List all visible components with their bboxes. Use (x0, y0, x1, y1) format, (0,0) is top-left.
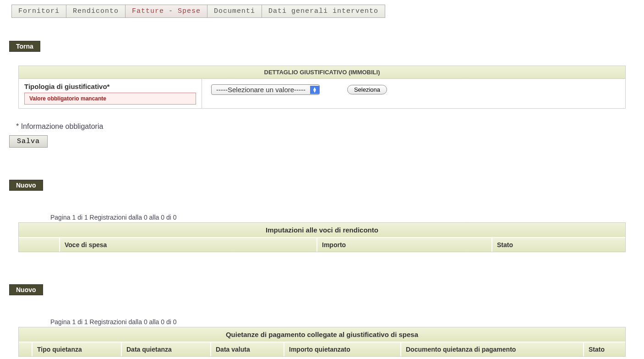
torna-button[interactable]: Torna (9, 41, 40, 52)
tab-fatture-spese[interactable]: Fatture - Spese (125, 5, 207, 18)
th-tipo-quietanza: Tipo quietanza (33, 342, 122, 356)
th-spacer (19, 342, 33, 356)
pagination-text-2: Pagina 1 di 1 Registrazioni dalla 0 alla… (50, 318, 639, 326)
info-obbligatoria: * Informazione obbligatoria (16, 122, 639, 131)
table-header-row: Tipo quietanza Data quietanza Data valut… (19, 342, 625, 356)
th-data-valuta: Data valuta (211, 342, 284, 356)
form-control-cell: -----Selezionare un valore----- ▲▼ Selez… (202, 79, 625, 100)
nuovo-button-2[interactable]: Nuovo (9, 284, 43, 295)
tipologia-label: Tipologia di giustificativo* (24, 83, 196, 90)
tipologia-select[interactable]: -----Selezionare un valore----- ▲▼ (211, 84, 320, 95)
pagination-text-1: Pagina 1 di 1 Registrazioni dalla 0 alla… (50, 214, 639, 221)
tab-documenti[interactable]: Documenti (207, 5, 262, 18)
table-header-row: Voce di spesa Importo Stato (19, 238, 625, 252)
chevron-updown-icon: ▲▼ (310, 86, 319, 94)
table-imputazioni: Imputazioni alle voci di rendiconto Voce… (18, 222, 626, 252)
select-value: -----Selezionare un valore----- (212, 85, 310, 94)
th-stato: Stato (584, 342, 625, 356)
tab-dati-generali[interactable]: Dati generali intervento (262, 5, 385, 18)
tab-rendiconto[interactable]: Rendiconto (66, 5, 126, 18)
error-message: Valore obbligatorio mancante (24, 93, 196, 105)
th-importo-quietanzato: Importo quietanzato (284, 342, 401, 356)
th-stato: Stato (492, 238, 625, 252)
nuovo-button-1[interactable]: Nuovo (9, 180, 43, 191)
th-documento: Documento quietanza di pagamento (401, 342, 584, 356)
th-spacer (19, 238, 60, 252)
seleziona-button[interactable]: Seleziona (347, 85, 387, 94)
table-title-quietanze: Quietanze di pagamento collegate al gius… (19, 327, 625, 342)
section-header-dettaglio: DETTAGLIO GIUSTIFICATIVO (IMMOBILI) (18, 66, 626, 79)
tab-fornitori[interactable]: Fornitori (11, 5, 66, 18)
table-quietanze: Quietanze di pagamento collegate al gius… (18, 327, 626, 357)
table-title-imputazioni: Imputazioni alle voci di rendiconto (19, 223, 625, 238)
salva-button[interactable]: Salva (9, 135, 48, 148)
th-voce-spesa: Voce di spesa (60, 238, 317, 252)
form-label-cell: Tipologia di giustificativo* Valore obbl… (19, 79, 202, 108)
th-data-quietanza: Data quietanza (122, 342, 211, 356)
form-row-tipologia: Tipologia di giustificativo* Valore obbl… (18, 79, 626, 109)
tab-bar: Fornitori Rendiconto Fatture - Spese Doc… (11, 5, 639, 18)
th-importo: Importo (317, 238, 492, 252)
